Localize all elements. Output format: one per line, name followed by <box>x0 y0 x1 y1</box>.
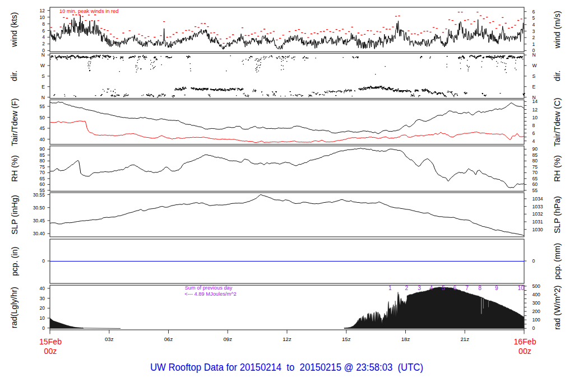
svg-text:wind (kts): wind (kts) <box>10 12 19 48</box>
svg-text:rad(Lgly/hr): rad(Lgly/hr) <box>10 287 19 328</box>
svg-text:0: 0 <box>42 325 45 331</box>
svg-text:06z: 06z <box>164 336 173 342</box>
svg-text:4: 4 <box>42 34 45 40</box>
svg-text:1030: 1030 <box>533 227 543 232</box>
svg-text:1031: 1031 <box>533 219 543 225</box>
svg-text:50: 50 <box>40 115 45 120</box>
svg-text:55: 55 <box>40 104 45 109</box>
svg-text:18z: 18z <box>401 336 410 342</box>
svg-text:85: 85 <box>533 152 538 158</box>
svg-text:45: 45 <box>40 125 45 131</box>
svg-text:9: 9 <box>495 285 498 291</box>
svg-text:30.45: 30.45 <box>33 218 45 223</box>
svg-text:00z: 00z <box>519 347 531 356</box>
svg-text:21z: 21z <box>460 336 469 342</box>
svg-text:2: 2 <box>405 285 409 291</box>
svg-text:0: 0 <box>533 258 535 264</box>
svg-text:15z: 15z <box>342 336 351 342</box>
svg-text:65: 65 <box>533 176 538 181</box>
svg-text:90: 90 <box>533 146 538 152</box>
svg-text:8: 8 <box>533 123 535 128</box>
svg-text:12: 12 <box>533 107 538 113</box>
svg-text:40: 40 <box>40 137 45 142</box>
svg-text:09z: 09z <box>223 336 232 342</box>
svg-text:6: 6 <box>42 28 45 34</box>
svg-text:pcp. (in): pcp. (in) <box>10 246 19 276</box>
svg-text:10: 10 <box>518 285 525 291</box>
svg-text:1: 1 <box>533 41 535 47</box>
svg-text:0: 0 <box>533 325 535 331</box>
svg-text:55: 55 <box>533 188 538 193</box>
svg-text:Sum of previous day: Sum of previous day <box>185 285 233 291</box>
svg-text:85: 85 <box>40 152 45 158</box>
svg-text:wind (m/s): wind (m/s) <box>553 11 562 49</box>
svg-text:12z: 12z <box>283 336 291 342</box>
svg-text:03z: 03z <box>105 336 114 342</box>
svg-text:5: 5 <box>442 285 445 291</box>
svg-text:E: E <box>41 84 45 90</box>
svg-text:Tair/Tdew (F): Tair/Tdew (F) <box>10 98 19 146</box>
svg-text:65: 65 <box>40 176 45 181</box>
svg-text:4: 4 <box>429 285 433 291</box>
svg-text:6: 6 <box>453 285 457 291</box>
svg-text:SLP (hPa): SLP (hPa) <box>553 196 562 234</box>
svg-text:rad (W/m^2): rad (W/m^2) <box>553 286 562 330</box>
svg-text:30.55: 30.55 <box>33 192 45 198</box>
svg-text:14: 14 <box>533 99 538 104</box>
svg-text:40: 40 <box>40 286 45 291</box>
svg-text:10: 10 <box>40 315 45 321</box>
svg-text:Tair/Tdew (C): Tair/Tdew (C) <box>553 97 562 146</box>
svg-text:10: 10 <box>533 115 538 120</box>
svg-text:80: 80 <box>40 158 45 164</box>
svg-text:4: 4 <box>533 138 535 144</box>
svg-text:30.40: 30.40 <box>33 231 45 236</box>
svg-text:7: 7 <box>465 285 469 291</box>
svg-text:400: 400 <box>533 292 540 297</box>
svg-text:dir.: dir. <box>10 71 19 81</box>
svg-text:RH (%): RH (%) <box>10 155 19 182</box>
svg-text:20: 20 <box>40 305 45 311</box>
svg-text:S: S <box>41 73 45 79</box>
svg-text:E: E <box>533 84 536 90</box>
svg-text:12: 12 <box>40 8 45 13</box>
svg-text:10 min. peak winds in red: 10 min. peak winds in red <box>59 8 118 14</box>
svg-text:300: 300 <box>533 300 540 306</box>
svg-text:90: 90 <box>40 146 45 152</box>
svg-text:SLP (inHg): SLP (inHg) <box>10 195 19 235</box>
svg-text:10: 10 <box>40 15 45 20</box>
svg-text:80: 80 <box>533 158 538 164</box>
svg-text:3: 3 <box>533 29 535 34</box>
svg-text:1034: 1034 <box>533 196 543 202</box>
svg-text:500: 500 <box>533 283 540 289</box>
svg-text:30: 30 <box>40 296 45 301</box>
svg-text:0: 0 <box>42 258 45 264</box>
svg-text:5: 5 <box>533 15 535 21</box>
svg-text:S: S <box>533 73 536 79</box>
svg-text:6: 6 <box>533 130 535 136</box>
svg-text:8: 8 <box>42 21 45 27</box>
svg-text:70: 70 <box>533 170 538 175</box>
svg-text:200: 200 <box>533 309 540 314</box>
svg-text:3: 3 <box>418 285 421 291</box>
svg-text:RH (%): RH (%) <box>553 155 562 182</box>
svg-text:75: 75 <box>40 164 45 170</box>
svg-text:30.50: 30.50 <box>33 205 45 211</box>
svg-text:60: 60 <box>40 181 45 187</box>
svg-text:2: 2 <box>42 41 45 46</box>
svg-text:N: N <box>41 52 45 58</box>
svg-text:N: N <box>533 52 536 58</box>
svg-text:00z: 00z <box>44 347 57 356</box>
svg-text:1032: 1032 <box>533 211 543 217</box>
svg-text:15Feb: 15Feb <box>39 337 62 346</box>
svg-text:8: 8 <box>478 285 482 291</box>
svg-text:N: N <box>41 95 45 100</box>
svg-text:75: 75 <box>533 164 538 170</box>
svg-text:W: W <box>533 63 537 68</box>
svg-text:2: 2 <box>533 35 535 40</box>
svg-text:UW Rooftop Data for 20150214: UW Rooftop Data for 20150214 to 20150215… <box>150 361 423 373</box>
svg-text:100: 100 <box>533 317 540 323</box>
svg-text:60: 60 <box>533 181 538 187</box>
svg-text:16Feb: 16Feb <box>513 337 536 346</box>
svg-text:W: W <box>40 63 45 68</box>
svg-text:1033: 1033 <box>533 204 543 209</box>
